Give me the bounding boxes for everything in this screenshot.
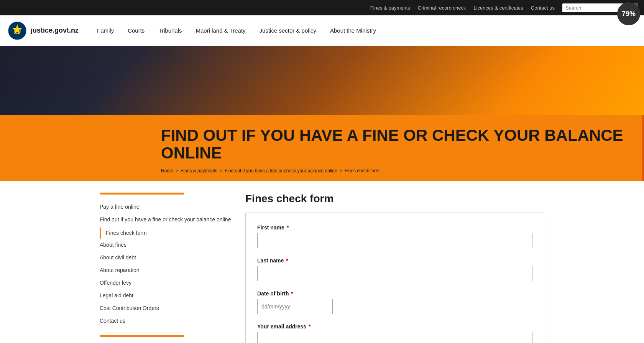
orange-accent-bar <box>642 115 644 181</box>
first-name-required: * <box>285 224 289 231</box>
sidebar-link-offender-levy[interactable]: Offender levy <box>100 277 234 289</box>
email-required: * <box>307 323 310 330</box>
sidebar-item-legal-aid: Legal aid debt <box>100 289 234 302</box>
breadcrumb-fines-payments[interactable]: Fines & payments <box>181 168 217 173</box>
sidebar-link-cost-contribution[interactable]: Cost Contribution Orders <box>100 302 234 315</box>
sidebar-item-contact: Contact us <box>100 315 234 327</box>
dob-input[interactable] <box>257 299 333 314</box>
sidebar-subitem-fines-check: Fines check form <box>104 228 234 239</box>
last-name-input[interactable] <box>257 266 532 281</box>
utility-criminal-link[interactable]: Criminal record check <box>418 5 466 11</box>
nav-courts[interactable]: Courts <box>121 15 151 46</box>
utility-fines-link[interactable]: Fines & payments <box>370 5 410 11</box>
dob-group: Date of birth * <box>257 290 532 314</box>
sidebar-item-reparation: About reparation <box>100 264 234 277</box>
sidebar-bottom-bar <box>100 335 184 337</box>
sidebar-link-contact[interactable]: Contact us <box>100 315 234 327</box>
breadcrumb: Home > Fines & payments > Find out if yo… <box>161 168 629 173</box>
sidebar-item-cost-contribution: Cost Contribution Orders <box>100 302 234 315</box>
utility-contact-link[interactable]: Contact us <box>531 5 555 11</box>
page-title: Fines check form <box>245 193 544 205</box>
utility-licences-link[interactable]: Licences & certificates <box>474 5 523 11</box>
dob-input-wrapper <box>257 299 333 314</box>
nav-items: Family Courts Tribunals Māori land & Tre… <box>90 15 636 46</box>
first-name-label: First name * <box>257 224 532 231</box>
breadcrumb-find-out[interactable]: Find out if you have a fine or check you… <box>225 168 337 173</box>
email-label: Your email address * <box>257 323 532 330</box>
nav-family[interactable]: Family <box>90 15 121 46</box>
sidebar: Pay a fine online Find out if you have a… <box>100 193 245 343</box>
sidebar-link-reparation[interactable]: About reparation <box>100 264 234 277</box>
sidebar-link-pay-fine[interactable]: Pay a fine online <box>100 201 234 213</box>
sidebar-item-find-out: Find out if you have a fine or check you… <box>100 213 234 239</box>
breadcrumb-sep-3: > <box>340 168 342 173</box>
sidebar-item-about-fines: About fines <box>100 239 234 251</box>
main-nav: justice.govt.nz Family Courts Tribunals … <box>0 15 644 46</box>
nav-maori[interactable]: Māori land & Treaty <box>189 15 253 46</box>
fines-check-form-container: First name * Last name * Date of birth * <box>245 213 544 343</box>
dob-required: * <box>289 290 293 297</box>
email-input[interactable] <box>257 332 532 343</box>
sidebar-item-pay-fine: Pay a fine online <box>100 201 234 213</box>
sidebar-link-civil-debt[interactable]: About civil debt <box>100 251 234 264</box>
site-logo[interactable]: justice.govt.nz <box>8 21 79 40</box>
breadcrumb-current: Fines check form <box>345 168 380 173</box>
sidebar-item-offender-levy: Offender levy <box>100 277 234 289</box>
breadcrumb-sep-2: > <box>220 168 222 173</box>
sidebar-link-legal-aid[interactable]: Legal aid debt <box>100 289 234 302</box>
main-content: Fines check form First name * Last name … <box>245 193 544 343</box>
speed-value: 79% <box>622 10 636 18</box>
nav-about[interactable]: About the Ministry <box>323 15 383 46</box>
email-group: Your email address * <box>257 323 532 343</box>
speed-indicator: 79% <box>617 2 640 25</box>
sidebar-item-civil-debt: About civil debt <box>100 251 234 264</box>
first-name-group: First name * <box>257 224 532 248</box>
content-wrapper: Pay a fine online Find out if you have a… <box>92 181 552 343</box>
utility-bar: Fines & payments Criminal record check L… <box>0 0 644 15</box>
hero-image <box>0 46 644 115</box>
sidebar-link-about-fines[interactable]: About fines <box>100 239 234 251</box>
breadcrumb-sep-1: > <box>176 168 178 173</box>
last-name-group: Last name * <box>257 257 532 281</box>
last-name-label: Last name * <box>257 257 532 264</box>
sidebar-nav: Pay a fine online Find out if you have a… <box>100 201 234 327</box>
sidebar-link-find-out[interactable]: Find out if you have a fine or check you… <box>100 213 234 226</box>
orange-banner: FIND OUT IF YOU HAVE A FINE OR CHECK YOU… <box>0 115 644 181</box>
logo-text: justice.govt.nz <box>31 26 79 35</box>
dob-label: Date of birth * <box>257 290 532 297</box>
nav-justice-sector[interactable]: Justice sector & policy <box>253 15 323 46</box>
sidebar-sublink-fines-check[interactable]: Fines check form <box>104 228 234 239</box>
last-name-required: * <box>284 257 288 264</box>
nav-tribunals[interactable]: Tribunals <box>151 15 189 46</box>
banner-title: FIND OUT IF YOU HAVE A FINE OR CHECK YOU… <box>161 127 629 162</box>
sidebar-subnav: Fines check form <box>100 228 234 239</box>
sidebar-top-bar <box>100 193 184 195</box>
breadcrumb-home[interactable]: Home <box>161 168 173 173</box>
first-name-input[interactable] <box>257 233 532 248</box>
crest-icon <box>8 21 27 40</box>
search-input[interactable] <box>562 3 624 12</box>
